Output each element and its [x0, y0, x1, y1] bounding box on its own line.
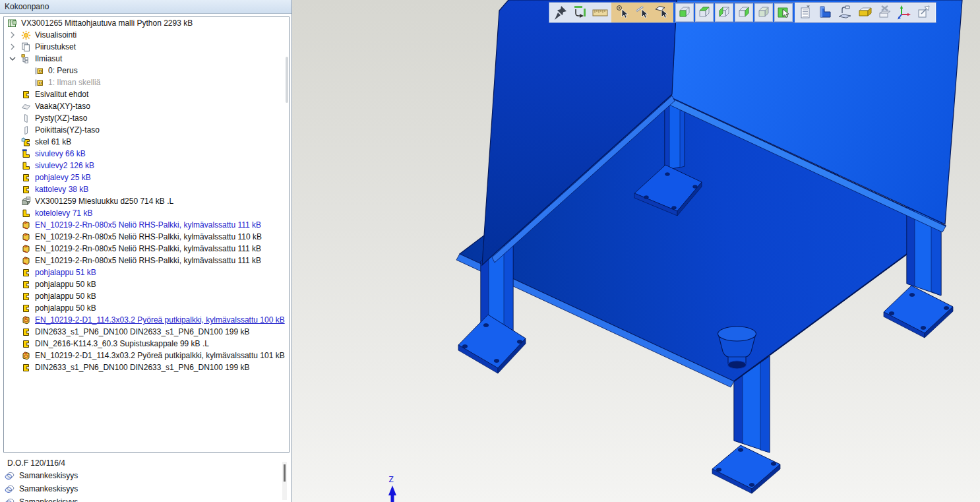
tree-item[interactable]: 0: Perus — [4, 65, 289, 77]
config-item-icon — [34, 66, 46, 76]
plane-xz-icon — [21, 113, 32, 123]
tree-item-label: EN_10219-2-Rn-080x5 Neliö RHS-Palkki, ky… — [35, 256, 261, 265]
tree-item[interactable]: Visualisointi — [4, 29, 289, 41]
toolbar-group-default — [549, 3, 611, 22]
chevron-right-icon[interactable] — [8, 42, 21, 51]
tree-item[interactable]: pohjalevy 25 kB — [4, 172, 289, 183]
tree-item[interactable]: DIN_2616-K114.3_60.3 Supistuskappale 99 … — [4, 338, 289, 350]
flatten-button[interactable] — [836, 3, 855, 22]
tree-item-label: DIN2633_s1_PN6_DN100 DIN2633_s1_PN6_DN10… — [35, 327, 250, 336]
fill-solid-button[interactable] — [856, 3, 874, 22]
tree-item[interactable]: pohjalappu 50 kB — [4, 278, 289, 290]
z-axis-indicator: Z — [388, 474, 396, 502]
tree-item[interactable]: pohjalappu 51 kB — [4, 267, 289, 278]
tree-item-label: DIN_2616-K114.3_60.3 Supistuskappale 99 … — [35, 339, 209, 348]
view-left-icon — [716, 4, 733, 21]
plane-xy-icon — [21, 102, 32, 111]
l-plate-icon — [21, 161, 32, 171]
tree-item[interactable]: Ilmiasut — [4, 53, 289, 65]
tree-item[interactable]: Poikittais(YZ)-taso — [4, 124, 289, 136]
remove-solid-button[interactable] — [876, 3, 894, 22]
coord-system-button[interactable] — [896, 3, 914, 22]
measure-button[interactable] — [591, 3, 609, 22]
flatten-icon — [837, 4, 854, 21]
view-pick-button[interactable] — [774, 3, 793, 22]
tree-item[interactable]: DIN2633_s1_PN6_DN100 DIN2633_s1_PN6_DN10… — [4, 326, 289, 338]
tree-item[interactable]: EN_10219-2-D1_114.3x03.2 Pyöreä putkipal… — [4, 314, 289, 326]
tree-item[interactable]: pohjalappu 50 kB — [4, 290, 289, 302]
view-shaded-icon — [755, 4, 772, 21]
constraint-item[interactable]: Samankeskisyys — [0, 495, 291, 502]
sheet-metal-button[interactable] — [816, 3, 835, 22]
constraint-label: Samankeskisyys — [19, 497, 78, 502]
tree-item[interactable]: DIN2633_s1_PN6_DN100 DIN2633_s1_PN6_DN10… — [4, 361, 289, 373]
drawings-icon — [21, 42, 32, 52]
select-point-button[interactable] — [613, 3, 632, 22]
chevron-spacer — [8, 315, 21, 325]
tree-item[interactable]: VX3001265 Mittaohjautuva malli Python 22… — [4, 17, 289, 29]
view-shaded-button[interactable] — [754, 3, 773, 22]
constraints-panel: D.O.F 120/116/4 SamankeskisyysSamankeski… — [0, 456, 291, 502]
tree-item[interactable]: pohjalappu 50 kB — [4, 302, 289, 314]
tree-item[interactable]: Vaaka(XY)-taso — [4, 100, 289, 112]
scrollbar-thumb[interactable] — [284, 464, 286, 482]
view-right-button[interactable] — [735, 3, 753, 22]
tree-item[interactable]: EN_10219-2-Rn-080x5 Neliö RHS-Palkki, ky… — [4, 243, 289, 255]
tree-item[interactable]: Pysty(XZ)-taso — [4, 112, 289, 124]
pin-button[interactable] — [551, 3, 570, 22]
feature-list-button[interactable] — [797, 3, 815, 22]
tree-item[interactable]: EN_10219-2-Rn-080x5 Neliö RHS-Palkki, ky… — [4, 219, 289, 231]
tree-item-label: sivulevy2 126 kB — [35, 161, 94, 170]
tree-item[interactable]: sivulevy2 126 kB — [4, 160, 289, 172]
sheet-metal-icon — [817, 4, 834, 21]
panel-title-bar[interactable]: Kokoonpano — [0, 0, 291, 14]
tree-item[interactable]: Esivalitut ehdot — [4, 88, 289, 100]
tree-item[interactable]: EN_10219-2-Rn-080x5 Neliö RHS-Palkki, ky… — [4, 231, 289, 243]
chevron-down-icon[interactable] — [8, 54, 21, 63]
c-profile-icon — [21, 173, 32, 183]
tree-item-label: 1: Ilman skelliä — [48, 78, 100, 87]
chevron-spacer — [8, 185, 21, 194]
chevron-right-icon[interactable] — [8, 30, 21, 40]
view-front-button[interactable] — [675, 3, 694, 22]
tree-item[interactable]: skel 61 kB — [4, 136, 289, 148]
measure-icon — [592, 4, 609, 21]
view-left-button[interactable] — [715, 3, 733, 22]
chevron-spacer — [8, 232, 21, 241]
view-top-button[interactable] — [695, 3, 714, 22]
chevron-spacer — [8, 244, 21, 253]
c-profile-icon — [21, 292, 32, 301]
constraint-item[interactable]: Samankeskisyys — [0, 482, 291, 495]
tree-item[interactable]: EN_10219-2-D1_114.3x03.2 Pyöreä putkipal… — [4, 350, 289, 361]
tree-item-label: pohjalappu 50 kB — [35, 292, 96, 301]
beam-square-icon — [21, 232, 32, 242]
chevron-spacer — [8, 292, 21, 301]
beam-round-icon — [21, 315, 32, 325]
select-face-button[interactable] — [653, 3, 671, 22]
tree-scrollbar[interactable] — [286, 57, 288, 103]
app-window: Kokoonpano VX3001265 Mittaohjautuva mall… — [0, 0, 980, 502]
tree-item[interactable]: kotelolevy 71 kB — [4, 207, 289, 219]
orient-button[interactable] — [571, 3, 590, 22]
constraints-scrollbar[interactable] — [282, 462, 287, 500]
constraint-item[interactable]: Samankeskisyys — [0, 469, 291, 482]
tree-item-label: sivulevy 66 kB — [35, 149, 86, 158]
floating-toolbar — [549, 2, 936, 23]
sun-icon — [21, 30, 32, 40]
zoom-extents-button[interactable] — [915, 3, 934, 22]
tree-item[interactable]: Piirustukset — [4, 41, 289, 53]
panel-title: Kokoonpano — [5, 2, 49, 11]
tree-item[interactable]: EN_10219-2-Rn-080x5 Neliö RHS-Palkki, ky… — [4, 255, 289, 267]
tree-item[interactable]: sivulevy 66 kB — [4, 148, 289, 160]
tree-item-label: pohjalappu 50 kB — [35, 280, 96, 289]
chevron-spacer — [8, 137, 21, 146]
tree-item[interactable]: VX3001259 Miesluukku d250 714 kB .L — [4, 195, 289, 207]
chevron-spacer — [8, 197, 21, 206]
tree-item-label: VX3001259 Miesluukku d250 714 kB .L — [35, 197, 173, 206]
tree-item-label: EN_10219-2-Rn-080x5 Neliö RHS-Palkki, ky… — [35, 220, 261, 230]
viewport-3d[interactable]: Z — [292, 0, 980, 502]
tree-item[interactable]: kattolevy 38 kB — [4, 183, 289, 195]
select-edge-button[interactable] — [633, 3, 652, 22]
tree-item[interactable]: 1: Ilman skelliä — [4, 77, 289, 88]
view-right-icon — [735, 4, 752, 21]
